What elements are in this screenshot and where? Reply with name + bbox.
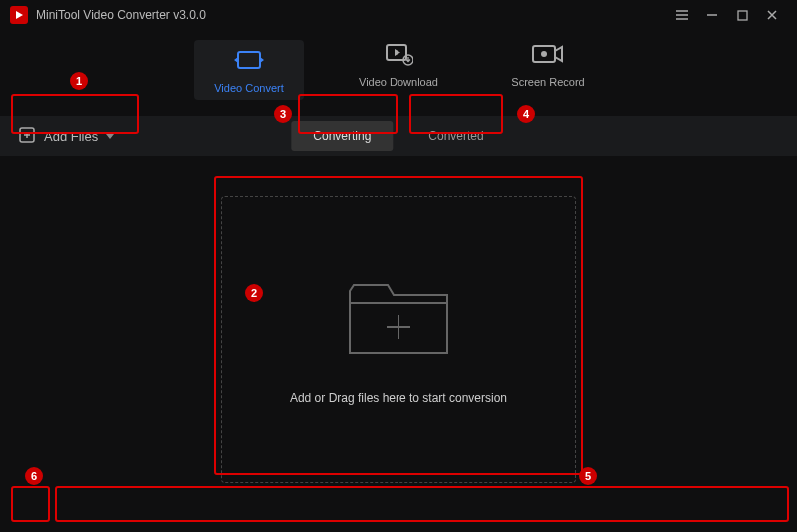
maximize-button[interactable] bbox=[727, 0, 757, 30]
download-icon bbox=[384, 40, 413, 68]
tab-label: Video Convert bbox=[214, 82, 284, 94]
app-logo-icon bbox=[10, 6, 28, 24]
svg-point-6 bbox=[541, 51, 547, 57]
titlebar: MiniTool Video Converter v3.0.0 bbox=[0, 0, 797, 30]
tab-converted[interactable]: Converted bbox=[406, 121, 505, 151]
tab-video-convert[interactable]: Video Convert bbox=[194, 40, 304, 100]
tab-label: Screen Record bbox=[511, 76, 584, 88]
record-icon bbox=[531, 40, 565, 68]
app-title: MiniTool Video Converter v3.0.0 bbox=[36, 8, 206, 22]
toolbar: Add Files Converting Converted bbox=[0, 116, 797, 156]
dropzone[interactable]: Add or Drag files here to start conversi… bbox=[221, 196, 576, 483]
folder-add-icon bbox=[344, 273, 453, 367]
close-button[interactable] bbox=[757, 0, 787, 30]
add-files-button[interactable]: Add Files bbox=[0, 116, 132, 156]
minimize-button[interactable] bbox=[697, 0, 727, 30]
menu-button[interactable] bbox=[667, 0, 697, 30]
status-tabs: Converting Converted bbox=[291, 121, 505, 151]
dropzone-label: Add or Drag files here to start conversi… bbox=[290, 391, 507, 405]
chevron-down-icon bbox=[106, 134, 114, 139]
add-file-icon bbox=[18, 126, 36, 147]
mode-tabs: Video Convert Video Download Screen Reco… bbox=[0, 30, 797, 116]
tab-converting[interactable]: Converting bbox=[291, 121, 393, 151]
convert-icon bbox=[234, 46, 264, 74]
main-area: Add or Drag files here to start conversi… bbox=[0, 156, 797, 532]
svg-rect-2 bbox=[238, 52, 260, 68]
tab-label: Video Download bbox=[359, 76, 438, 88]
add-files-label: Add Files bbox=[44, 129, 98, 144]
tab-video-download[interactable]: Video Download bbox=[344, 40, 453, 100]
svg-rect-1 bbox=[738, 11, 747, 20]
tab-screen-record[interactable]: Screen Record bbox=[493, 40, 603, 100]
